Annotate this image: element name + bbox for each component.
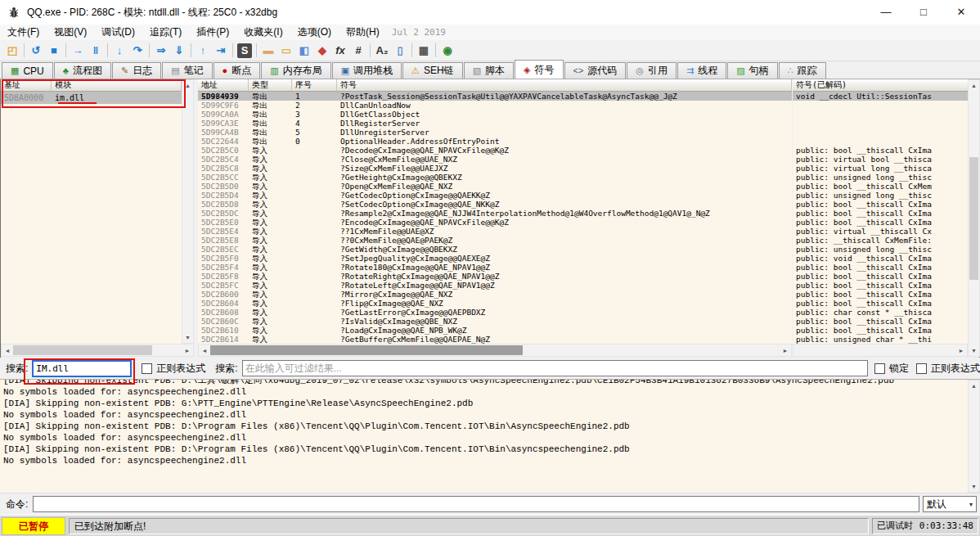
decoded-symbol-row[interactable]: public: unsigned long __thisc (793, 173, 968, 182)
decoded-symbol-row[interactable]: public: unsigned char * __thi (793, 335, 968, 344)
regex-right-checkbox[interactable] (916, 363, 927, 374)
decoded-symbol-row[interactable]: void __cdecl Util::SessionTas (793, 92, 968, 101)
scroll-right-arrow[interactable]: ► (780, 345, 791, 356)
decoded-symbol-row[interactable]: public: bool __thiscall CxIma (793, 272, 968, 281)
module-search-input[interactable] (32, 360, 132, 377)
tab-references[interactable]: ◎引用 (627, 62, 677, 79)
source-s-icon[interactable]: S (237, 43, 252, 58)
tab-symbols[interactable]: ◈符号 (515, 60, 563, 79)
symbols-header-symbol[interactable]: 符号 (337, 79, 792, 91)
decoded-symbol-row[interactable]: public: bool __thiscall CxIma (793, 299, 968, 308)
phone-icon[interactable]: ▯ (391, 43, 409, 59)
menu-item-plugins[interactable]: 插件(P) (189, 25, 236, 40)
bookmarks-icon[interactable]: ◆ (313, 43, 331, 59)
scrollbar-thumb[interactable] (210, 345, 523, 355)
tab-graph[interactable]: ♣流程图 (54, 62, 111, 79)
decoded-symbol-row[interactable]: public: virtual __thiscall Cx (793, 227, 968, 236)
decoded-symbol-row[interactable]: public: bool __thiscall CxIma (793, 218, 968, 227)
stop-icon[interactable]: ■ (45, 43, 63, 59)
lock-checkbox[interactable] (874, 363, 885, 374)
pause-icon[interactable]: ‖ (87, 43, 105, 59)
symbol-row[interactable]: 5DC2B614导入?GetBuffer@CxMemFile@@QAEPAE_N… (198, 335, 792, 344)
decoded-symbol-row[interactable] (793, 119, 968, 128)
symbol-row[interactable]: 5DC2B5FC导入?RotateLeft@CxImage@@QAE_NPAV1… (198, 281, 792, 290)
decoded-symbol-row[interactable]: public: bool __thiscall CxMem (793, 182, 968, 191)
tab-handles[interactable]: ▨句柄 (727, 62, 777, 79)
decoded-symbol-row[interactable] (793, 110, 968, 119)
decoded-symbol-row[interactable]: public: bool __thiscall CxIma (793, 200, 968, 209)
functions-icon[interactable]: fx (331, 43, 349, 59)
tab-trace[interactable]: ∴跟踪 (779, 62, 826, 79)
decoded-vertical-scrollbar[interactable]: ▲ ▼ (968, 79, 980, 357)
decoded-horizontal-scrollbar[interactable]: ► (793, 344, 968, 357)
decoded-symbol-row[interactable] (793, 137, 968, 146)
symbol-row[interactable]: 5DC2B5F8导入?RotateRight@CxImage@@QAE_NPAV… (198, 272, 792, 281)
step-over-icon[interactable]: ↷ (128, 43, 146, 59)
decoded-symbol-row[interactable]: public: __thiscall CxMemFile: (793, 236, 968, 245)
menu-item-debug[interactable]: 调试(D) (94, 25, 142, 40)
comments-icon[interactable]: ▭ (277, 43, 295, 59)
tab-call-stack[interactable]: ▣调用堆栈 (332, 62, 402, 79)
symbol-row[interactable]: 5D99C9F6导出2DllCanUnloadNow (198, 101, 792, 110)
decoded-symbol-row[interactable] (793, 128, 968, 137)
close-button[interactable]: ✕ (942, 0, 980, 25)
symbol-row[interactable]: 5D99CA0A导出3DllGetClassObject (198, 110, 792, 119)
scroll-left-arrow[interactable]: ◄ (2, 345, 13, 356)
step-into-icon[interactable]: ↓ (110, 43, 128, 59)
tab-log[interactable]: ✎日志 (112, 62, 161, 79)
tab-memory-map[interactable]: ▥内存布局 (261, 62, 330, 79)
modules-header-base[interactable]: 基址 (1, 79, 52, 91)
command-input[interactable] (33, 496, 919, 512)
maximize-button[interactable]: □ (905, 0, 942, 25)
decoded-symbol-row[interactable]: public: char const * __thisca (793, 308, 968, 317)
tab-threads[interactable]: ⇉线程 (677, 62, 726, 79)
regex-checkbox[interactable] (142, 363, 152, 374)
symbol-row[interactable]: 5D99CA4B导出5DllUnregisterServer (198, 128, 792, 137)
scroll-down-arrow[interactable]: ▼ (182, 332, 194, 343)
symbols-header-type[interactable]: 类型 (249, 79, 292, 91)
menu-item-view[interactable]: 视图(V) (47, 25, 94, 40)
decoded-symbol-row[interactable]: public: bool __thiscall CxIma (793, 263, 968, 272)
decoded-symbol-row[interactable]: public: virtual long __thisca (793, 164, 968, 173)
modules-vertical-scrollbar[interactable]: ▲ ▼ (182, 79, 194, 344)
decoded-symbol-row[interactable]: public: bool __thiscall CxIma (793, 146, 968, 155)
symbol-filter-input[interactable] (242, 360, 868, 376)
decoded-symbol-row[interactable]: public: unsigned long __thisc (793, 191, 968, 200)
strings-icon[interactable]: A₂ (373, 43, 391, 59)
tab-source[interactable]: <>源代码 (564, 62, 627, 79)
restart-icon[interactable]: ↺ (27, 43, 45, 59)
hash-icon[interactable]: # (349, 43, 367, 59)
symbol-row[interactable]: 5DC2B5D0导入?Open@CxMemFile@@QAE_NXZ (198, 182, 792, 191)
labels-icon[interactable]: ◧ (295, 43, 313, 59)
tab-notes[interactable]: ▤笔记 (162, 62, 212, 79)
scroll-up-arrow[interactable]: ▲ (969, 80, 980, 91)
symbols-header-ordinal[interactable]: 序号 (292, 79, 337, 91)
globe-icon[interactable]: ◉ (438, 43, 456, 59)
symbol-row[interactable]: 5DC2B5D8导入?SetCodecOption@CxImage@@QAE_N… (198, 200, 792, 209)
scrollbar-thumb[interactable] (969, 157, 978, 280)
modules-header-module[interactable]: 模块 (52, 79, 182, 91)
decoded-symbol-row[interactable] (793, 101, 968, 110)
decoded-symbol-row[interactable]: public: void __thiscall CxIma (793, 254, 968, 263)
menu-item-trace[interactable]: 追踪(T) (142, 25, 189, 40)
symbol-row[interactable]: 5DC2B5CC导入?GetHeight@CxImage@@QBEKXZ (198, 173, 792, 182)
symbol-row[interactable]: 5DC2B610导入?Load@CxImage@@QAE_NPB_WK@Z (198, 326, 792, 335)
symbols-header-address[interactable]: 地址 (198, 79, 249, 91)
menu-item-file[interactable]: 文件(F) (0, 25, 47, 40)
modules-horizontal-scrollbar[interactable]: ◄ ► (1, 344, 194, 357)
scroll-right-arrow[interactable]: ► (955, 345, 967, 356)
decoded-symbol-row[interactable]: public: bool __thiscall CxIma (793, 209, 968, 218)
scroll-down-arrow[interactable]: ▼ (969, 345, 980, 356)
decoded-symbol-row[interactable]: public: virtual bool __thisca (793, 155, 968, 164)
scrollbar-thumb[interactable] (13, 345, 152, 355)
symbol-row[interactable]: 5DC2B5C4导入?Close@CxMemFile@@UAE_NXZ (198, 155, 792, 164)
symbol-row[interactable]: 5DC2B5EC导入?GetWidth@CxImage@@QBEKXZ (198, 245, 792, 254)
symbol-row[interactable]: 5D99CA3E导出4DllRegisterServer (198, 119, 792, 128)
tab-cpu[interactable]: ▦CPU (2, 62, 53, 79)
symbols-horizontal-scrollbar[interactable]: ◄ ► (198, 344, 792, 357)
tab-seh[interactable]: ⚠SEH链 (402, 62, 463, 79)
symbol-row[interactable]: 5DC2B604导入?Flip@CxImage@@QAE_NXZ (198, 299, 792, 308)
symbol-row[interactable]: 5DC2B5C8导入?Size@CxMemFile@@UAEJXZ (198, 164, 792, 173)
trace-over-icon[interactable]: ⇓ (170, 43, 188, 59)
decoded-header-label[interactable]: 符号(已解码) (793, 79, 968, 91)
